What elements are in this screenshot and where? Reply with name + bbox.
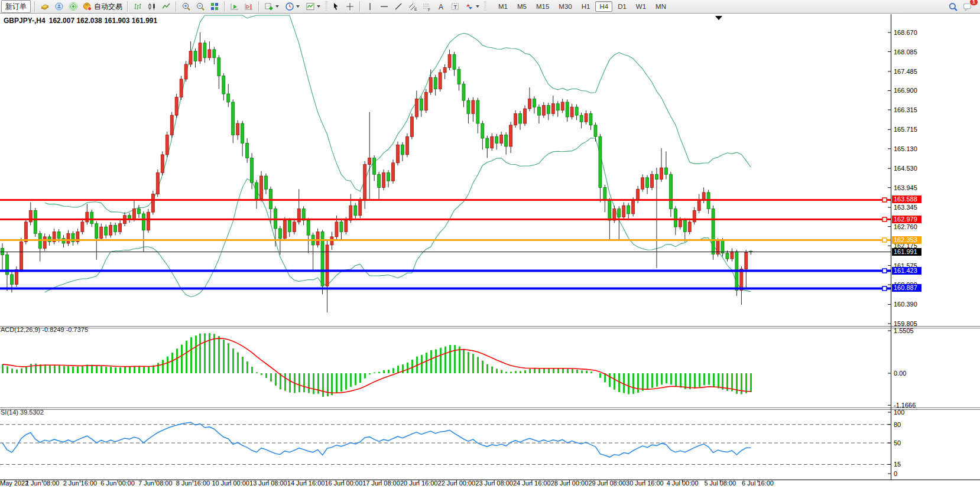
time-axis-label: 22 Jun 00:00: [438, 480, 476, 487]
macd-label: ACD(12,26,9) -0.8249 -0.7375: [1, 326, 88, 333]
time-axis-label: 28 Jun 00:00: [551, 480, 589, 487]
new-order-label: 新订单: [5, 2, 27, 12]
price-line-tag: 163.588: [892, 195, 921, 203]
vertical-line-button[interactable]: [363, 0, 377, 13]
tab-timeframe-w1[interactable]: W1: [632, 1, 650, 12]
cursor-button[interactable]: [329, 0, 343, 13]
vertical-line-icon: [365, 2, 375, 11]
candlestick-icon: [147, 2, 157, 11]
cursor-icon: [331, 2, 340, 11]
tile-windows-icon: [210, 2, 219, 11]
community-button[interactable]: [52, 0, 66, 13]
equidistant-channel-icon: E: [408, 2, 417, 11]
tab-timeframe-mn[interactable]: MN: [651, 1, 670, 12]
tab-timeframe-m5[interactable]: M5: [513, 1, 531, 12]
time-axis-label: 14 Jun 16:00: [287, 480, 325, 487]
rsi-scale-label: 80: [894, 421, 901, 428]
toolbar-right-group: 1: [946, 0, 979, 13]
chart-canvas[interactable]: [0, 14, 980, 489]
community-icon: [54, 2, 64, 11]
separator: [34, 1, 35, 12]
separator: [224, 1, 225, 12]
tab-timeframe-m30[interactable]: M30: [554, 1, 576, 12]
chevron-down-icon: [476, 5, 479, 8]
time-axis-label: May 2022: [0, 480, 28, 487]
price-axis-label: 159.805: [894, 320, 917, 327]
signals-icon: [69, 2, 78, 11]
timeframe-bar: M1M5M15M30H1H4D1W1MN: [494, 1, 671, 12]
price-axis-label: 164.530: [894, 165, 917, 172]
chevron-down-icon: [275, 5, 279, 8]
time-axis-label: 16 Jun 00:00: [324, 480, 362, 487]
periodicity-icon: [285, 2, 294, 11]
time-axis-label: 17 Jun 08:00: [362, 480, 400, 487]
zoom-out-button[interactable]: [193, 0, 207, 13]
svg-text:A: A: [439, 3, 443, 11]
arrows-button[interactable]: [462, 0, 483, 13]
chevron-down-icon: [296, 5, 300, 8]
templates-button[interactable]: [303, 0, 324, 13]
price-axis-label: 163.945: [894, 184, 917, 191]
equidistant-channel-button[interactable]: E: [405, 0, 420, 13]
price-axis-label: 162.760: [894, 223, 917, 230]
time-axis-label: 30 Jun 16:00: [626, 480, 664, 487]
chart-area: GBPJPY-,H4162.007 162.038 161.903 161.99…: [0, 14, 980, 489]
price-axis-label: 166.900: [894, 87, 917, 94]
svg-text:E: E: [414, 7, 417, 11]
tab-timeframe-d1[interactable]: D1: [614, 1, 631, 12]
search-button[interactable]: [946, 0, 960, 13]
auto-scroll-icon: [230, 2, 239, 11]
mt4-window: 新订单 自动交易: [0, 0, 980, 489]
rsi-scale-label: 100: [894, 409, 904, 416]
chart-shift-button[interactable]: [242, 0, 256, 13]
time-axis-label: 4 Jul 00:00: [667, 480, 699, 487]
rsi-scale-label: 15: [894, 461, 901, 468]
price-axis-label: 163.345: [894, 204, 917, 211]
separator: [176, 1, 177, 12]
fibonacci-button[interactable]: F: [420, 0, 434, 13]
separator: [258, 1, 259, 12]
horizontal-line-button[interactable]: [377, 0, 391, 13]
new-chart-button[interactable]: [262, 0, 283, 13]
chat-button[interactable]: 1: [960, 0, 975, 13]
auto-scroll-button[interactable]: [228, 0, 242, 13]
bar-chart-button[interactable]: [131, 0, 145, 13]
gold-button[interactable]: [38, 0, 52, 13]
separator: [359, 1, 361, 12]
price-axis-label: 168.670: [894, 29, 917, 36]
crosshair-button[interactable]: [343, 0, 357, 13]
symbol-period: GBPJPY-,H4: [4, 17, 46, 25]
line-chart-button[interactable]: [159, 0, 173, 13]
price-line-tag: 161.423: [892, 267, 921, 275]
rsi-label: SI(14) 39.5302: [1, 409, 44, 416]
chevron-down-icon: [317, 5, 320, 8]
price-line-tag: 160.887: [892, 284, 921, 292]
svg-text:F: F: [428, 8, 430, 12]
price-line-tag: 161.991: [892, 248, 921, 256]
chart-title: GBPJPY-,H4162.007 162.038 161.903 161.99…: [4, 17, 161, 25]
macd-scale-label: 0.00: [894, 370, 906, 377]
autotrading-button[interactable]: 自动交易: [80, 0, 125, 13]
text-button[interactable]: A: [434, 0, 448, 13]
macd-scale-label: -1.1666: [894, 402, 916, 409]
chat-badge: 1: [969, 0, 978, 6]
autotrading-label: 自动交易: [94, 2, 122, 12]
time-axis-label: 2 Jun 16:00: [63, 480, 98, 487]
text-label-button[interactable]: T: [448, 0, 462, 13]
zoom-in-button[interactable]: [179, 0, 193, 13]
time-axis-label: 24 Jun 16:00: [513, 480, 551, 487]
signals-button[interactable]: [66, 0, 80, 13]
new-order-button[interactable]: 新订单: [1, 0, 31, 13]
macd-scale-label: 1.5505: [894, 327, 914, 334]
tab-timeframe-m15[interactable]: M15: [532, 1, 553, 12]
candlestick-button[interactable]: [145, 0, 159, 13]
tab-timeframe-h1[interactable]: H1: [577, 1, 595, 12]
tab-timeframe-m1[interactable]: M1: [494, 1, 512, 12]
tile-windows-button[interactable]: [207, 0, 222, 13]
new-chart-icon: [264, 2, 274, 11]
price-line-tag: 162.979: [892, 216, 921, 223]
tab-timeframe-h4[interactable]: H4: [595, 1, 612, 12]
trendline-button[interactable]: [391, 0, 405, 13]
time-axis-label: 7 Jun 08:00: [138, 480, 173, 487]
periodicity-button[interactable]: [283, 0, 303, 13]
